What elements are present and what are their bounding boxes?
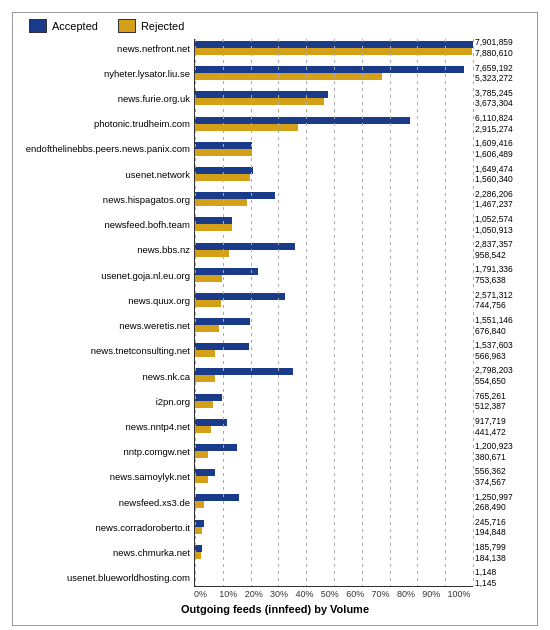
bar-row bbox=[195, 190, 473, 208]
bar-accepted bbox=[195, 419, 227, 426]
bar-rejected bbox=[195, 501, 204, 508]
outer-border: Accepted Rejected news.netfront.netnyhet… bbox=[12, 12, 538, 626]
value-accepted: 1,609,416 bbox=[475, 138, 531, 149]
bar-rejected bbox=[195, 224, 232, 231]
x-axis-label: 100% bbox=[448, 589, 473, 599]
bar-row bbox=[195, 266, 473, 284]
value-rejected: 268,490 bbox=[475, 502, 531, 513]
value-accepted: 1,551,146 bbox=[475, 315, 531, 326]
bar-accepted bbox=[195, 469, 215, 476]
value-rejected: 1,145 bbox=[475, 578, 531, 589]
value-accepted: 1,052,574 bbox=[475, 214, 531, 225]
value-pair: 7,659,1925,323,272 bbox=[473, 64, 531, 82]
x-axis-label: 40% bbox=[295, 589, 320, 599]
y-label: newsfeed.bofh.team bbox=[19, 216, 194, 234]
x-axis-label: 50% bbox=[321, 589, 346, 599]
bar-accepted bbox=[195, 494, 239, 501]
bars-outer: news.netfront.netnyheter.lysator.liu.sen… bbox=[19, 39, 531, 587]
bar-accepted bbox=[195, 268, 258, 275]
bar-rejected bbox=[195, 300, 221, 307]
y-label: news.netfront.net bbox=[19, 39, 194, 57]
x-axis-label: 60% bbox=[346, 589, 371, 599]
bar-accepted bbox=[195, 318, 250, 325]
accepted-box bbox=[29, 19, 47, 33]
bar-accepted bbox=[195, 243, 295, 250]
bar-rejected bbox=[195, 124, 298, 131]
x-axis-labels: 0%10%20%30%40%50%60%70%80%90%100% bbox=[19, 589, 531, 599]
bar-rejected bbox=[195, 149, 252, 156]
x-axis-label: 90% bbox=[422, 589, 447, 599]
bar-accepted bbox=[195, 545, 202, 552]
bar-accepted bbox=[195, 520, 204, 527]
value-pair: 2,571,312744,756 bbox=[473, 291, 531, 309]
value-rejected: 441,472 bbox=[475, 427, 531, 438]
y-label: i2pn.org bbox=[19, 392, 194, 410]
legend-accepted: Accepted bbox=[29, 19, 98, 33]
value-pair: 1,649,4741,560,340 bbox=[473, 165, 531, 183]
value-accepted: 917,719 bbox=[475, 416, 531, 427]
bar-accepted bbox=[195, 117, 410, 124]
value-pair: 556,362374,567 bbox=[473, 468, 531, 486]
value-rejected: 566,963 bbox=[475, 351, 531, 362]
bar-row bbox=[195, 241, 473, 259]
value-accepted: 1,250,997 bbox=[475, 492, 531, 503]
bar-accepted bbox=[195, 368, 293, 375]
value-rejected: 554,650 bbox=[475, 376, 531, 387]
value-rejected: 753,638 bbox=[475, 275, 531, 286]
y-label: usenet.blueworldhosting.com bbox=[19, 569, 194, 587]
bar-rejected bbox=[195, 476, 208, 483]
value-pair: 1,1481,145 bbox=[473, 569, 531, 587]
value-accepted: 2,571,312 bbox=[475, 290, 531, 301]
value-accepted: 765,261 bbox=[475, 391, 531, 402]
bar-row bbox=[195, 417, 473, 435]
bar-row bbox=[195, 467, 473, 485]
legend: Accepted Rejected bbox=[19, 19, 531, 33]
y-label: news.furie.org.uk bbox=[19, 89, 194, 107]
bar-row bbox=[195, 115, 473, 133]
value-rejected: 744,756 bbox=[475, 300, 531, 311]
bar-rejected bbox=[195, 426, 211, 433]
value-pair: 245,716194,848 bbox=[473, 518, 531, 536]
x-axis-label: 20% bbox=[245, 589, 270, 599]
value-pair: 7,901,8597,880,610 bbox=[473, 39, 531, 57]
bar-row bbox=[195, 392, 473, 410]
x-axis-label: 0% bbox=[194, 589, 219, 599]
bar-row bbox=[195, 89, 473, 107]
value-accepted: 7,659,192 bbox=[475, 63, 531, 74]
bar-row bbox=[195, 64, 473, 82]
bar-accepted bbox=[195, 66, 464, 73]
y-label: news.samoylyk.net bbox=[19, 468, 194, 486]
value-rejected: 676,840 bbox=[475, 326, 531, 337]
value-accepted: 7,901,859 bbox=[475, 37, 531, 48]
bar-accepted bbox=[195, 192, 275, 199]
bar-row bbox=[195, 568, 473, 586]
bar-row bbox=[195, 518, 473, 536]
x-axis-label: 30% bbox=[270, 589, 295, 599]
x-axis-label: 80% bbox=[397, 589, 422, 599]
rejected-box bbox=[118, 19, 136, 33]
bar-rejected bbox=[195, 527, 202, 534]
value-pair: 1,791,336753,638 bbox=[473, 266, 531, 284]
value-accepted: 1,537,603 bbox=[475, 340, 531, 351]
y-label: usenet.goja.nl.eu.org bbox=[19, 266, 194, 284]
value-pair: 1,551,146676,840 bbox=[473, 317, 531, 335]
value-accepted: 1,649,474 bbox=[475, 164, 531, 175]
bar-accepted bbox=[195, 91, 328, 98]
value-rejected: 380,671 bbox=[475, 452, 531, 463]
value-rejected: 184,138 bbox=[475, 553, 531, 564]
bar-row bbox=[195, 165, 473, 183]
value-accepted: 556,362 bbox=[475, 466, 531, 477]
y-label: news.nntp4.net bbox=[19, 418, 194, 436]
bar-rejected bbox=[195, 325, 219, 332]
y-label: news.quux.org bbox=[19, 291, 194, 309]
value-rejected: 1,560,340 bbox=[475, 174, 531, 185]
bar-row bbox=[195, 543, 473, 561]
bar-accepted bbox=[195, 394, 222, 401]
y-labels-column: news.netfront.netnyheter.lysator.liu.sen… bbox=[19, 39, 194, 587]
bar-rejected bbox=[195, 552, 201, 559]
value-accepted: 2,837,357 bbox=[475, 239, 531, 250]
y-label: usenet.network bbox=[19, 165, 194, 183]
value-accepted: 3,785,245 bbox=[475, 88, 531, 99]
value-pair: 1,537,603566,963 bbox=[473, 342, 531, 360]
value-rejected: 1,467,237 bbox=[475, 199, 531, 210]
